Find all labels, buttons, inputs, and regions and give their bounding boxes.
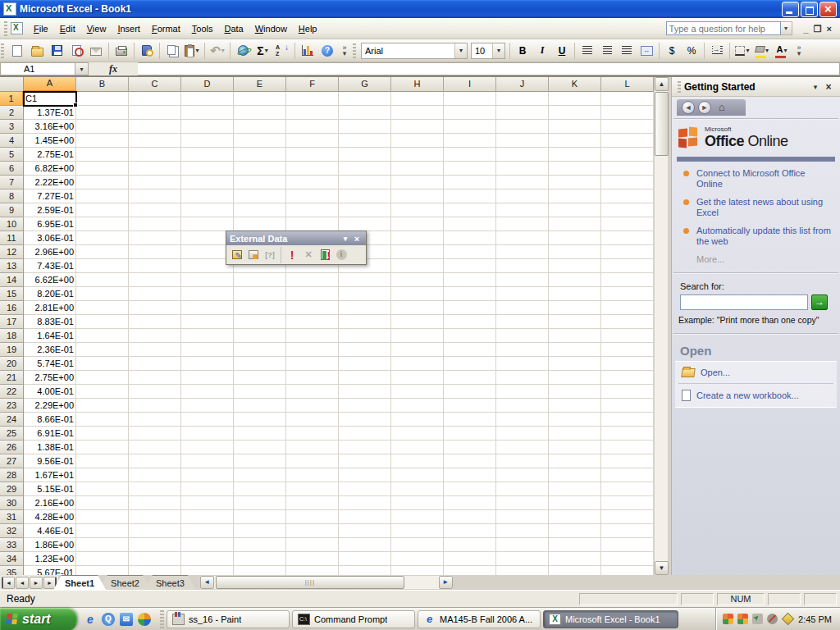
cell-A29[interactable]: 5.15E-01 — [24, 482, 76, 496]
cell-F32[interactable] — [286, 524, 339, 538]
cell-B19[interactable] — [76, 343, 129, 357]
cell-F22[interactable] — [286, 385, 339, 399]
cell-L14[interactable] — [601, 273, 654, 287]
formatting-toolbar-grip[interactable] — [353, 43, 356, 58]
last-sheet-button[interactable]: ► — [43, 577, 57, 589]
cell-E18[interactable] — [234, 329, 286, 343]
row-header-3[interactable]: 3 — [0, 120, 24, 134]
cell-H15[interactable] — [391, 287, 444, 301]
cell-H5[interactable] — [391, 148, 444, 162]
cell-K15[interactable] — [549, 287, 601, 301]
row-header-27[interactable]: 27 — [0, 454, 24, 468]
row-header-25[interactable]: 25 — [0, 427, 24, 441]
row-header-8[interactable]: 8 — [0, 189, 24, 203]
cell-G10[interactable] — [339, 217, 391, 231]
cell-K13[interactable] — [549, 259, 601, 273]
cell-D4[interactable] — [181, 134, 234, 148]
cell-A31[interactable]: 4.28E+00 — [24, 510, 76, 524]
cell-C6[interactable] — [129, 162, 181, 176]
task-pane-link-2[interactable]: Get the latest news about using Excel — [680, 197, 832, 226]
cell-C34[interactable] — [129, 552, 181, 566]
cell-A17[interactable]: 8.83E-01 — [24, 315, 76, 329]
percent-button[interactable]: % — [682, 42, 701, 60]
formatting-toolbar-options-button[interactable]: »▾ — [793, 41, 805, 61]
task-pane-link-3[interactable]: Automatically update this list from the … — [680, 226, 832, 254]
cell-K20[interactable] — [549, 357, 601, 371]
cell-H14[interactable] — [391, 273, 444, 287]
font-name-combo[interactable]: Arial ▾ — [361, 43, 468, 59]
sort-ascending-button[interactable]: A Z ↓ — [273, 42, 291, 60]
cell-C32[interactable] — [129, 524, 181, 538]
cell-E9[interactable] — [234, 203, 286, 217]
cell-K14[interactable] — [549, 273, 601, 287]
align-center-button[interactable] — [598, 42, 616, 60]
cell-C5[interactable] — [129, 148, 181, 162]
cell-D6[interactable] — [181, 162, 234, 176]
cell-D29[interactable] — [181, 482, 234, 496]
cell-K11[interactable] — [549, 231, 601, 245]
cell-K26[interactable] — [549, 441, 601, 454]
more-link[interactable]: More... — [672, 254, 840, 272]
cell-C8[interactable] — [129, 189, 181, 203]
cell-C19[interactable] — [129, 343, 181, 357]
cell-L33[interactable] — [601, 538, 654, 552]
cell-E33[interactable] — [234, 538, 286, 552]
cell-B15[interactable] — [76, 287, 129, 301]
cell-E23[interactable] — [234, 399, 286, 413]
cell-D34[interactable] — [181, 552, 234, 566]
cell-I5[interactable] — [444, 148, 496, 162]
cell-C1[interactable] — [129, 92, 181, 106]
row-header-28[interactable]: 28 — [0, 468, 24, 482]
cell-A3[interactable]: 3.16E+00 — [24, 120, 76, 134]
cell-H30[interactable] — [391, 496, 444, 510]
cell-G1[interactable] — [339, 92, 391, 106]
column-header-H[interactable]: H — [391, 77, 444, 92]
workbook-close-button[interactable]: × — [827, 23, 832, 34]
vertical-scrollbar[interactable]: ▲ ▼ — [654, 77, 668, 575]
cell-K33[interactable] — [549, 538, 601, 552]
cell-A14[interactable]: 6.62E+00 — [24, 273, 76, 287]
cell-F31[interactable] — [286, 510, 339, 524]
cell-E28[interactable] — [234, 468, 286, 482]
row-header-32[interactable]: 32 — [0, 524, 24, 538]
cell-A19[interactable]: 2.36E-01 — [24, 343, 76, 357]
cell-H34[interactable] — [391, 552, 444, 566]
cell-J9[interactable] — [496, 203, 549, 217]
cell-A9[interactable]: 2.59E-01 — [24, 203, 76, 217]
row-header-14[interactable]: 14 — [0, 273, 24, 287]
cell-J35[interactable] — [496, 566, 549, 575]
cell-D24[interactable] — [181, 413, 234, 427]
forward-icon[interactable]: ► — [698, 101, 711, 114]
cell-H23[interactable] — [391, 399, 444, 413]
cell-H31[interactable] — [391, 510, 444, 524]
cell-L3[interactable] — [601, 120, 654, 134]
cell-A23[interactable]: 2.29E+00 — [24, 399, 76, 413]
cell-C25[interactable] — [129, 427, 181, 441]
cell-J16[interactable] — [496, 301, 549, 315]
cell-I6[interactable] — [444, 162, 496, 176]
autosum-dropdown-icon[interactable]: ▾ — [265, 47, 268, 54]
cell-A7[interactable]: 2.22E+00 — [24, 176, 76, 189]
cell-F1[interactable] — [286, 92, 339, 106]
cell-B8[interactable] — [76, 189, 129, 203]
cell-F23[interactable] — [286, 399, 339, 413]
cell-I14[interactable] — [444, 273, 496, 287]
menu-edit[interactable]: Edit — [54, 21, 81, 36]
cell-I27[interactable] — [444, 454, 496, 468]
column-header-C[interactable]: C — [129, 77, 181, 92]
cell-F29[interactable] — [286, 482, 339, 496]
cell-H6[interactable] — [391, 162, 444, 176]
cell-A18[interactable]: 1.64E-01 — [24, 329, 76, 343]
row-header-16[interactable]: 16 — [0, 301, 24, 315]
cell-H11[interactable] — [391, 231, 444, 245]
cell-C30[interactable] — [129, 496, 181, 510]
select-all-corner[interactable] — [0, 77, 24, 92]
cell-J33[interactable] — [496, 538, 549, 552]
cell-H20[interactable] — [391, 357, 444, 371]
cell-L17[interactable] — [601, 315, 654, 329]
menu-file[interactable]: File — [28, 21, 54, 36]
cell-G4[interactable] — [339, 134, 391, 148]
cell-K1[interactable] — [549, 92, 601, 106]
cell-E26[interactable] — [234, 441, 286, 454]
menu-view[interactable]: View — [81, 21, 112, 36]
